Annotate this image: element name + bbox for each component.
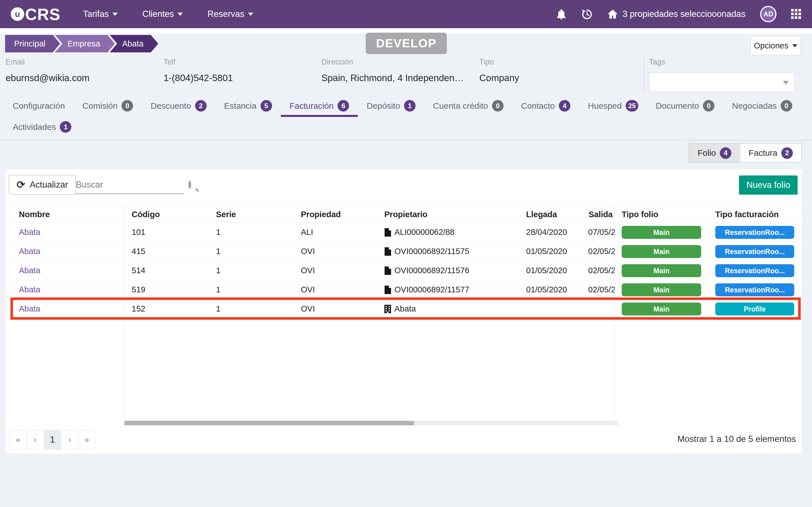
- column-header-nombre: Nombre: [5, 210, 124, 219]
- propietario-icon: [384, 286, 391, 294]
- table-row[interactable]: Abata 415 1 OVI OVI00006892/11575 01/05/…: [5, 242, 802, 261]
- search-icon: [188, 181, 191, 189]
- column-header-propiedad: Propiedad: [296, 210, 380, 219]
- logo-mark-icon: u: [11, 7, 24, 21]
- cell-codigo: 519: [124, 285, 209, 294]
- nav-menu-item[interactable]: Reservas: [207, 9, 253, 19]
- search-input[interactable]: [76, 180, 188, 190]
- options-button[interactable]: Opciones: [751, 36, 801, 55]
- info-field-label: Tipo: [479, 58, 519, 66]
- folio-name-link[interactable]: Abata: [19, 228, 40, 237]
- app-logo[interactable]: u CRS: [11, 5, 60, 24]
- table-row[interactable]: Abata 519 1 OVI OVI00006892/11577 01/05/…: [5, 280, 802, 299]
- cell-propietario: Abata: [380, 304, 518, 314]
- refresh-button[interactable]: ⟳ Actualizar: [9, 175, 76, 194]
- tab-facturaci-n[interactable]: Facturación 6: [281, 97, 358, 117]
- tab-estancia[interactable]: Estancia 5: [215, 97, 281, 117]
- chevron-down-icon: [112, 13, 117, 16]
- pagination-prev[interactable]: ‹: [27, 430, 44, 450]
- tab-count-badge: 1: [60, 121, 71, 133]
- tab-count-badge: 0: [781, 100, 792, 112]
- folio-table-card: ⟳ Actualizar Nueva folio NombreCódigoSer…: [5, 169, 802, 454]
- avatar[interactable]: AD: [760, 6, 776, 22]
- tab-comisi-n[interactable]: Comisión 0: [73, 97, 142, 117]
- column-header-serie: Serie: [209, 210, 296, 219]
- chevron-down-icon: [792, 44, 797, 47]
- cell-codigo: 514: [124, 266, 209, 275]
- new-folio-button[interactable]: Nueva folio: [739, 175, 798, 194]
- document-icon: [384, 228, 391, 237]
- tags-label: Tags: [649, 58, 795, 66]
- pagination-last[interactable]: »: [78, 430, 96, 450]
- tab-documento[interactable]: Documento 0: [647, 97, 723, 117]
- nav-menu-item[interactable]: Clientes: [142, 9, 183, 19]
- breadcrumb-item[interactable]: Abata: [110, 35, 158, 52]
- tipo-facturacion-badge: ReservationRoo...: [715, 226, 794, 239]
- tags-select[interactable]: [649, 73, 795, 92]
- tipo-folio-badge: Main: [622, 226, 701, 239]
- tab-huesped[interactable]: Huesped 25: [579, 97, 647, 117]
- folio-name-link[interactable]: Abata: [19, 285, 40, 294]
- breadcrumb-item[interactable]: Empresa: [55, 35, 115, 52]
- cell-llegada: 01/05/2020: [518, 285, 578, 294]
- tab-count-badge: 6: [338, 100, 349, 112]
- info-field-value: Company: [479, 73, 519, 83]
- column-header-tfact: Tipo facturación: [710, 210, 802, 219]
- propietario-icon: [384, 228, 391, 237]
- tabs-row2: Actividades 1: [4, 118, 80, 138]
- nav-menu-item[interactable]: Tarifas: [83, 9, 117, 19]
- view-toggle: Folio 4 Factura 2: [689, 143, 802, 163]
- horizontal-scrollbar-thumb[interactable]: [124, 421, 414, 425]
- table-area: NombreCódigoSeriePropiedadPropietarioLle…: [5, 206, 802, 421]
- table-row[interactable]: Abata 514 1 OVI OVI00006892/11576 01/05/…: [5, 261, 802, 280]
- cell-salida: 02/05/2: [578, 285, 615, 294]
- tipo-folio-badge: Main: [622, 283, 701, 296]
- column-header-salida: Salida: [578, 210, 615, 219]
- cell-propiedad: ALI: [296, 228, 380, 237]
- view-toggle-factura[interactable]: Factura 2: [740, 144, 801, 162]
- propietario-icon: [384, 305, 391, 313]
- chevron-down-icon: [177, 13, 183, 16]
- cell-propietario: OVI00006892/11576: [380, 266, 518, 275]
- info-divider: [644, 58, 644, 92]
- breadcrumb-item[interactable]: Principal: [5, 35, 60, 52]
- tabs-divider: [0, 140, 812, 140]
- pagination-page[interactable]: 1: [44, 430, 61, 450]
- info-field-label: Telf: [163, 58, 233, 66]
- tab-descuento[interactable]: Descuento 2: [142, 97, 215, 117]
- tab-cuenta-cr-dito[interactable]: Cuenta crédito 0: [424, 97, 512, 117]
- tab-configuraci-n[interactable]: Configuración: [4, 97, 73, 117]
- info-field: Telf 1-(804)542-5801: [163, 58, 233, 83]
- chevron-down-icon: [248, 13, 253, 16]
- propietario-icon: [384, 267, 391, 275]
- navbar-right: 3 propiedades selecciooonadas AD: [557, 6, 801, 22]
- folio-name-link[interactable]: Abata: [19, 247, 40, 256]
- view-toggle-folio[interactable]: Folio 4: [689, 144, 740, 162]
- tab-negociadas[interactable]: Negociadas 0: [723, 97, 801, 117]
- column-header-tfolio: Tipo folio: [615, 210, 710, 219]
- table-row[interactable]: Abata 152 1 OVI Abata Main Profile: [5, 299, 802, 319]
- cell-codigo: 101: [124, 228, 209, 237]
- cell-serie: 1: [209, 247, 296, 256]
- apps-grid-icon[interactable]: [791, 9, 801, 19]
- selected-properties[interactable]: 3 propiedades selecciooonadas: [607, 9, 746, 19]
- tipo-facturacion-badge: ReservationRoo...: [715, 283, 794, 296]
- tab-count-badge: 0: [492, 100, 504, 112]
- page: u CRS Tarifas Clientes Reservas: [0, 0, 812, 507]
- info-field-label: Email: [6, 58, 90, 66]
- tab-contacto[interactable]: Contacto 4: [512, 97, 579, 117]
- tab-dep-sito[interactable]: Depósito 1: [358, 97, 424, 117]
- notifications-bell-icon[interactable]: [557, 9, 566, 19]
- tipo-facturacion-badge: ReservationRoo...: [715, 245, 794, 258]
- tab-actividades[interactable]: Actividades 1: [4, 118, 80, 138]
- pagination-next[interactable]: ›: [61, 430, 79, 450]
- folio-name-link[interactable]: Abata: [19, 266, 40, 275]
- building-icon: [384, 305, 391, 313]
- cell-codigo: 152: [124, 304, 209, 314]
- cell-propietario: ALI00000062/88: [380, 228, 518, 237]
- folio-name-link[interactable]: Abata: [19, 304, 40, 313]
- history-icon[interactable]: [581, 8, 593, 20]
- pagination-first[interactable]: «: [9, 430, 27, 450]
- table-row[interactable]: Abata 101 1 ALI ALI00000062/88 28/04/202…: [5, 223, 802, 242]
- tab-count-badge: 4: [559, 100, 570, 112]
